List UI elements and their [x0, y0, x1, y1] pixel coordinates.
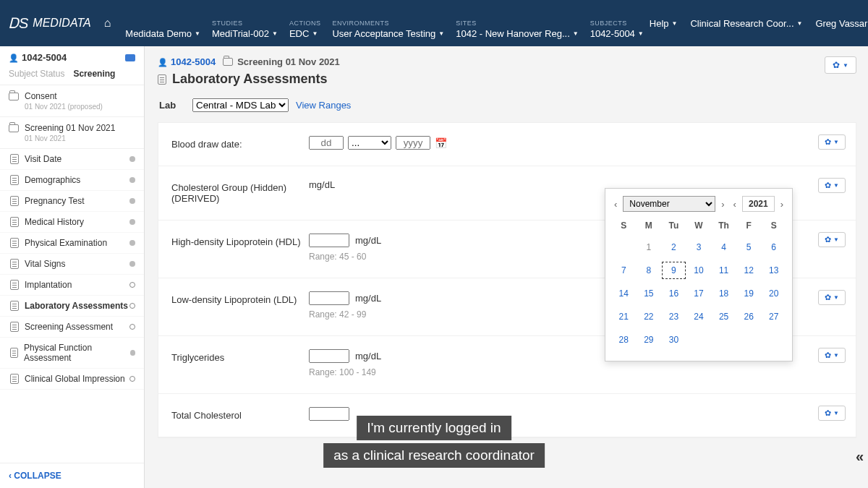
sidebar-item[interactable]: Physical Function Assessment: [0, 338, 144, 369]
status-dot: [129, 376, 135, 382]
cal-day[interactable]: 29: [637, 330, 662, 349]
cal-day[interactable]: 21: [611, 307, 637, 326]
nav-studies[interactable]: STUDIES MediTrial-002▼: [212, 20, 278, 46]
cal-day[interactable]: 3: [686, 238, 712, 257]
cal-day[interactable]: 27: [761, 307, 786, 326]
cal-dow: S: [611, 218, 637, 234]
nav-subjects[interactable]: SUBJECTS 1042-5004▼: [590, 20, 644, 46]
row-gear-button[interactable]: ✿▼: [818, 232, 846, 247]
cal-day[interactable]: 4: [711, 238, 736, 257]
cal-next-year[interactable]: ›: [778, 197, 786, 211]
nav-sites[interactable]: SITES 1042 - New Hanover Reg...▼: [456, 20, 578, 46]
cal-day[interactable]: 5: [736, 238, 762, 257]
cal-day[interactable]: 19: [736, 284, 762, 303]
sidebar-item[interactable]: Clinical Global Impression: [0, 369, 144, 390]
cal-day[interactable]: 18: [711, 284, 736, 303]
status-dot: [129, 282, 135, 288]
sidebar-item[interactable]: Laboratory Assessments: [0, 296, 144, 317]
crumb-subject[interactable]: 1042-5004: [158, 56, 216, 67]
brand-icon: ᎠS: [9, 15, 28, 32]
cal-dow: Th: [711, 218, 736, 234]
status-dot: [129, 219, 135, 225]
cal-day[interactable]: 13: [761, 261, 786, 280]
status-dot: [130, 350, 135, 356]
cal-day[interactable]: 22: [637, 307, 662, 326]
lab-select[interactable]: Central - MDS Lab: [192, 98, 289, 112]
home-icon[interactable]: ⌂: [104, 17, 111, 30]
cal-day[interactable]: 28: [611, 330, 637, 349]
nav-demo[interactable]: Medidata Demo▼: [125, 28, 200, 46]
date-mm-select[interactable]: ...: [348, 136, 391, 150]
value-input[interactable]: [309, 349, 349, 363]
crumb-folder[interactable]: Screening 01 Nov 2021: [223, 56, 340, 67]
cal-day[interactable]: 26: [736, 307, 762, 326]
cal-day[interactable]: 7: [611, 261, 637, 280]
cal-day[interactable]: 1: [637, 238, 662, 257]
field-label: Total Cholesterol: [171, 407, 309, 421]
cal-dow: Tu: [661, 218, 686, 234]
row-gear-button[interactable]: ✿▼: [818, 348, 846, 363]
status-dot: [129, 177, 135, 183]
cal-day[interactable]: 9: [661, 261, 686, 280]
cal-day[interactable]: 6: [761, 238, 786, 257]
sidebar-item[interactable]: Physical Examination: [0, 233, 144, 254]
value-input[interactable]: [309, 291, 349, 305]
calendar-icon[interactable]: 📅: [435, 137, 447, 149]
nav-role[interactable]: Clinical Research Coor...▼: [690, 18, 802, 29]
cal-day[interactable]: 24: [686, 307, 712, 326]
cal-day[interactable]: 30: [661, 330, 686, 349]
nav-help[interactable]: Help▼: [650, 18, 678, 29]
nav-environments[interactable]: ENVIRONMENTS User Acceptance Testing▼: [332, 20, 444, 46]
cal-day[interactable]: 8: [637, 261, 662, 280]
cal-day[interactable]: 14: [611, 284, 637, 303]
date-yyyy-input[interactable]: [396, 136, 430, 150]
cal-day[interactable]: 11: [711, 261, 736, 280]
sidebar-item[interactable]: Implantation: [0, 275, 144, 296]
nav-actions[interactable]: ACTIONS EDC▼: [289, 20, 321, 46]
sidebar-subject: 1042-5004: [9, 52, 67, 63]
cal-day[interactable]: 16: [661, 284, 686, 303]
cal-day[interactable]: 23: [661, 307, 686, 326]
sidebar-item[interactable]: Visit Date: [0, 149, 144, 170]
row-gear-button[interactable]: ✿▼: [818, 178, 846, 193]
sidebar-item[interactable]: Pregnancy Test: [0, 191, 144, 212]
cal-day[interactable]: 20: [761, 284, 786, 303]
date-dd-input[interactable]: [309, 136, 344, 150]
status-dot: [129, 198, 135, 204]
row-gear-button[interactable]: ✿▼: [818, 290, 846, 305]
collapse-panel-icon[interactable]: «: [856, 448, 864, 465]
nav-user[interactable]: Greg Vassar (Admin)▼: [815, 18, 868, 29]
sidebar-consent[interactable]: Consent: [9, 91, 135, 101]
sidebar-item[interactable]: Demographics: [0, 170, 144, 191]
cal-day[interactable]: 15: [637, 284, 662, 303]
brand-text: MEDIDATA: [33, 17, 90, 30]
top-nav: ᎠS MEDIDATA ⌂ Medidata Demo▼ STUDIES Med…: [0, 0, 868, 46]
cal-day[interactable]: 2: [661, 238, 686, 257]
doc-icon: [10, 238, 19, 248]
cal-dow: F: [736, 218, 762, 234]
tab-screening[interactable]: Screening: [73, 69, 115, 79]
video-caption: I'm currently logged in as a clinical re…: [323, 414, 545, 469]
view-ranges-link[interactable]: View Ranges: [296, 100, 351, 111]
sidebar-item[interactable]: Medical History: [0, 212, 144, 233]
row-gear-button[interactable]: ✿▼: [818, 134, 846, 150]
page-gear-button[interactable]: ✿▼: [825, 56, 856, 74]
sidebar-item[interactable]: Screening Assessment: [0, 317, 144, 338]
lab-label: Lab: [159, 100, 188, 111]
status-dot: [129, 261, 135, 267]
cal-month-select[interactable]: November: [623, 196, 715, 212]
value-input[interactable]: [309, 234, 349, 247]
cal-prev-month[interactable]: ‹: [611, 197, 620, 211]
cal-day[interactable]: 10: [686, 261, 712, 280]
cal-day[interactable]: 17: [686, 284, 712, 303]
status-chip: [125, 54, 135, 61]
cal-day[interactable]: 12: [736, 261, 762, 280]
cal-day[interactable]: 25: [711, 307, 736, 326]
collapse-button[interactable]: ‹ COLLAPSE: [0, 463, 144, 488]
tab-subject-status[interactable]: Subject Status: [9, 69, 64, 79]
cal-prev-year[interactable]: ‹: [731, 197, 739, 211]
sidebar-item[interactable]: Vital Signs: [0, 254, 144, 275]
row-gear-button[interactable]: ✿▼: [818, 406, 846, 421]
sidebar-screening-folder[interactable]: Screening 01 Nov 2021: [9, 123, 135, 133]
cal-next-month[interactable]: ›: [718, 197, 727, 211]
